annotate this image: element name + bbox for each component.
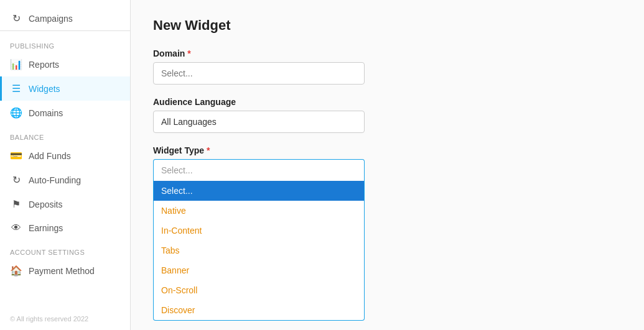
sidebar-item-earnings[interactable]: 👁 Earnings: [0, 216, 130, 240]
audience-language-input[interactable]: [153, 111, 365, 133]
sidebar-footer: © All rights reserved 2022: [0, 308, 130, 330]
dropdown-option-in-content[interactable]: In-Content: [154, 221, 364, 241]
domain-input[interactable]: [153, 62, 365, 85]
dropdown-option-discover[interactable]: Discover: [154, 300, 364, 320]
widgets-label: Widgets: [29, 84, 60, 94]
domain-label: Domain *: [153, 48, 622, 58]
dropdown-option-tabs[interactable]: Tabs: [154, 241, 364, 260]
add-funds-label: Add Funds: [29, 151, 71, 161]
eye-icon: 👁: [10, 222, 22, 234]
dropdown-option-native[interactable]: Native: [154, 201, 364, 221]
domains-label: Domains: [29, 108, 63, 118]
widget-type-field-group: Widget Type * Select... Native In-Conten…: [153, 145, 622, 181]
sidebar: ↻ Campaigns Publishing 📊 Reports ☰ Widge…: [0, 0, 131, 330]
deposits-label: Deposits: [29, 199, 62, 209]
bank-icon: 🏠: [10, 265, 22, 277]
audience-language-field-group: Audience Language: [153, 97, 622, 133]
widget-type-dropdown[interactable]: Select... Native In-Content Tabs Banner …: [153, 159, 365, 181]
widget-type-required-star: *: [207, 145, 210, 155]
audience-language-label: Audience Language: [153, 97, 622, 107]
reports-label: Reports: [29, 60, 59, 70]
sidebar-item-deposits[interactable]: ⚑ Deposits: [0, 192, 130, 216]
reports-icon: 📊: [10, 58, 22, 70]
sidebar-item-widgets[interactable]: ☰ Widgets: [0, 76, 130, 101]
payment-method-label: Payment Method: [29, 266, 95, 276]
main-content: New Widget Domain * Audience Language Wi…: [131, 0, 644, 330]
sidebar-item-campaigns[interactable]: ↻ Campaigns: [0, 6, 130, 31]
earnings-label: Earnings: [29, 223, 63, 233]
domain-field-group: Domain *: [153, 48, 622, 85]
balance-section: Balance: [0, 125, 130, 144]
sidebar-item-auto-funding[interactable]: ↻ Auto-Funding: [0, 168, 130, 192]
sidebar-item-add-funds[interactable]: 💳 Add Funds: [0, 144, 130, 168]
widgets-icon: ☰: [10, 83, 22, 94]
dropdown-option-select[interactable]: Select...: [154, 181, 364, 201]
widget-type-input[interactable]: [153, 159, 365, 181]
campaigns-label: Campaigns: [29, 14, 73, 24]
dropdown-option-on-scroll[interactable]: On-Scroll: [154, 280, 364, 300]
share-icon: ↻: [10, 12, 22, 24]
sidebar-item-payment-method[interactable]: 🏠 Payment Method: [0, 259, 130, 283]
flag-icon: ⚑: [10, 198, 22, 210]
widget-type-label: Widget Type *: [153, 145, 622, 155]
sidebar-item-domains[interactable]: 🌐 Domains: [0, 101, 130, 125]
sidebar-item-reports[interactable]: 📊 Reports: [0, 52, 130, 76]
dropdown-option-banner[interactable]: Banner: [154, 260, 364, 280]
page-title: New Widget: [153, 17, 622, 34]
widget-type-dropdown-list: Select... Native In-Content Tabs Banner …: [153, 181, 365, 321]
account-settings-section: Account Settings: [0, 240, 130, 259]
auto-funding-label: Auto-Funding: [29, 175, 81, 185]
refresh-icon: ↻: [10, 174, 22, 186]
globe-icon: 🌐: [10, 107, 22, 119]
publishing-section: Publishing: [0, 34, 130, 52]
wallet-icon: 💳: [10, 150, 22, 162]
domain-required-star: *: [187, 48, 190, 58]
